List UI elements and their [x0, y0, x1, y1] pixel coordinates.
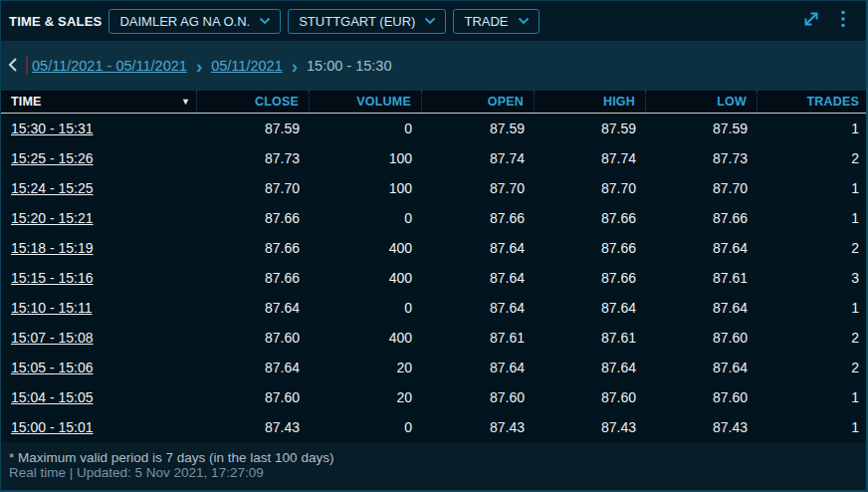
cell-close: 87.73 [197, 143, 310, 173]
cell-low: 87.66 [646, 203, 758, 233]
column-header-label: TRADES [806, 95, 859, 109]
column-header-label: VOLUME [356, 95, 411, 109]
cell-trades: 3 [758, 263, 868, 293]
column-header-volume[interactable]: VOLUME [310, 91, 422, 113]
cell-trades: 1 [758, 412, 868, 442]
cell-open: 87.64 [422, 263, 535, 293]
time-range-link[interactable]: 15:25 - 15:26 [1, 143, 197, 173]
cell-volume: 100 [310, 173, 422, 203]
footer-status: Real time | Updated: 5 Nov 2021, 17:27:0… [9, 465, 858, 480]
cell-low: 87.61 [646, 263, 758, 293]
trade-type-dropdown[interactable]: TRADE [453, 9, 539, 34]
column-header-label: LOW [717, 95, 747, 109]
cell-close: 87.66 [197, 263, 310, 293]
cell-volume: 100 [310, 143, 422, 173]
column-header-close[interactable]: CLOSE [197, 91, 310, 113]
column-header-label: CLOSE [255, 95, 299, 109]
cell-high: 87.43 [535, 412, 646, 442]
cell-high: 87.59 [535, 114, 646, 143]
cell-volume: 0 [310, 412, 422, 442]
cell-volume: 400 [310, 263, 422, 293]
cell-high: 87.66 [535, 263, 646, 293]
cell-high: 87.70 [535, 173, 646, 203]
time-range-link[interactable]: 15:18 - 15:19 [1, 233, 197, 263]
breadcrumb-period-link[interactable]: 05/11/2021 - 05/11/2021 [32, 58, 187, 74]
cell-low: 87.70 [646, 173, 758, 203]
cell-open: 87.74 [422, 143, 535, 173]
time-range-link[interactable]: 15:07 - 15:08 [1, 323, 197, 353]
cell-volume: 20 [310, 353, 422, 382]
cell-close: 87.60 [197, 323, 310, 353]
cell-high: 87.66 [535, 233, 646, 263]
back-button[interactable] [7, 57, 18, 76]
column-header-high[interactable]: HIGH [535, 91, 646, 113]
chevron-left-icon [7, 57, 18, 76]
time-range-link[interactable]: 15:20 - 15:21 [1, 203, 197, 233]
table-row: 15:15 - 15:1687.6640087.6487.6687.613 [1, 263, 866, 293]
cell-open: 87.61 [422, 323, 535, 353]
chevron-down-icon [259, 17, 271, 25]
cell-high: 87.64 [535, 353, 646, 382]
exchange-dropdown[interactable]: STUTTGART (EUR) [288, 9, 446, 34]
cell-trades: 1 [758, 114, 868, 143]
column-header-time[interactable]: TIME ▼ [1, 91, 197, 113]
menu-button[interactable] [830, 8, 856, 34]
cell-low: 87.59 [646, 114, 758, 143]
cell-open: 87.66 [422, 203, 535, 233]
breadcrumb: 05/11/2021 - 05/11/2021 › 05/11/2021 › 1… [1, 41, 866, 91]
table-row: 15:10 - 15:1187.64087.6487.6487.641 [1, 293, 866, 323]
cell-high: 87.66 [535, 203, 646, 233]
time-and-sales-widget: TIME & SALES DAIMLER AG NA O.N. STUTTGAR… [0, 0, 868, 492]
sort-descending-icon: ▼ [181, 98, 190, 107]
footer: * Maximum valid period is 7 days (in the… [1, 442, 866, 490]
cell-close: 87.66 [197, 203, 310, 233]
time-range-link[interactable]: 15:05 - 15:06 [1, 353, 197, 382]
time-range-link[interactable]: 15:30 - 15:31 [1, 114, 197, 143]
table-header: TIME ▼ CLOSE VOLUME OPEN HIGH LOW TRADES [1, 91, 866, 114]
widget-title: TIME & SALES [9, 14, 102, 29]
expand-button[interactable] [798, 8, 824, 34]
exchange-dropdown-value: STUTTGART (EUR) [299, 14, 415, 29]
time-range-link[interactable]: 15:24 - 15:25 [1, 173, 197, 203]
chevron-down-icon [518, 17, 530, 25]
table-row: 15:25 - 15:2687.7310087.7487.7487.732 [1, 143, 866, 173]
cell-trades: 2 [758, 353, 868, 382]
cell-close: 87.70 [197, 173, 310, 203]
cell-low: 87.60 [646, 382, 758, 412]
cell-trades: 1 [758, 293, 868, 323]
cell-low: 87.43 [646, 412, 758, 442]
cell-high: 87.60 [535, 382, 646, 412]
breadcrumb-date-link[interactable]: 05/11/2021 [211, 58, 283, 74]
table-row: 15:20 - 15:2187.66087.6687.6687.661 [1, 203, 866, 233]
time-range-link[interactable]: 15:10 - 15:11 [1, 293, 197, 323]
instrument-dropdown[interactable]: DAIMLER AG NA O.N. [108, 9, 281, 34]
cell-open: 87.70 [422, 173, 535, 203]
column-header-label: TIME [11, 95, 42, 109]
time-range-link[interactable]: 15:15 - 15:16 [1, 263, 197, 293]
cell-trades: 2 [758, 233, 868, 263]
table-row: 15:05 - 15:0687.642087.6487.6487.642 [1, 353, 866, 382]
cell-close: 87.59 [197, 114, 310, 143]
cell-volume: 20 [310, 382, 422, 412]
time-range-link[interactable]: 15:00 - 15:01 [1, 412, 197, 442]
cell-open: 87.59 [422, 114, 535, 143]
cell-low: 87.73 [646, 143, 758, 173]
column-header-trades[interactable]: TRADES [758, 91, 868, 113]
cell-low: 87.64 [646, 353, 758, 382]
kebab-menu-icon [840, 9, 846, 33]
table-row: 15:07 - 15:0887.6040087.6187.6187.602 [1, 323, 866, 353]
column-header-low[interactable]: LOW [646, 91, 758, 113]
breadcrumb-current-range: 15:00 - 15:30 [307, 58, 391, 74]
column-header-open[interactable]: OPEN [422, 91, 535, 113]
cell-trades: 1 [758, 382, 868, 412]
time-range-link[interactable]: 15:04 - 15:05 [1, 382, 197, 412]
cell-volume: 0 [310, 293, 422, 323]
column-header-label: OPEN [488, 95, 524, 109]
cell-close: 87.64 [197, 353, 310, 382]
cell-trades: 1 [758, 203, 868, 233]
chevron-right-icon: › [292, 57, 298, 76]
trade-type-dropdown-value: TRADE [464, 14, 508, 29]
table-row: 15:30 - 15:3187.59087.5987.5987.591 [1, 114, 866, 143]
cell-high: 87.74 [535, 143, 646, 173]
chevron-right-icon: › [196, 57, 202, 76]
